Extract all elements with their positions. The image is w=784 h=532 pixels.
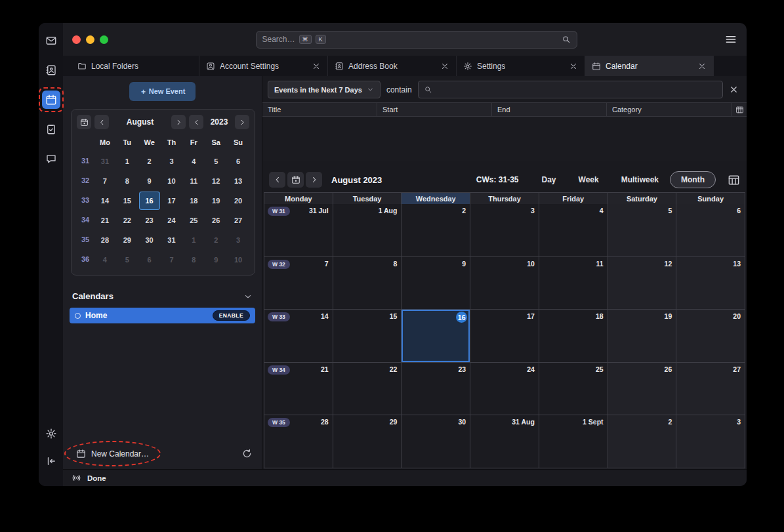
sidebar-item-tasks[interactable] bbox=[42, 120, 60, 138]
mini-cal-day[interactable]: 12 bbox=[205, 172, 226, 190]
mini-cal-day[interactable]: 2 bbox=[205, 231, 226, 249]
sidebar-item-chat[interactable] bbox=[42, 150, 60, 168]
month-cell[interactable]: W 3421 bbox=[264, 363, 333, 415]
mini-cal-day[interactable]: 27 bbox=[228, 211, 249, 230]
month-cell[interactable]: W 3314 bbox=[264, 310, 333, 362]
mini-cal-day[interactable]: 4 bbox=[183, 152, 204, 171]
month-cell[interactable]: 13 bbox=[676, 257, 745, 310]
month-cell[interactable]: 15 bbox=[333, 310, 402, 362]
mini-cal-day[interactable]: 2 bbox=[139, 152, 160, 171]
mini-cal-day[interactable]: 8 bbox=[117, 172, 138, 190]
mini-cal-day[interactable]: 17 bbox=[161, 192, 182, 210]
month-cell[interactable]: 24 bbox=[470, 363, 539, 415]
mini-cal-day[interactable]: 8 bbox=[183, 251, 204, 269]
mini-cal-day[interactable]: 22 bbox=[117, 211, 138, 230]
new-calendar-button[interactable]: New Calendar… bbox=[72, 446, 153, 461]
column-header-category[interactable]: Category bbox=[607, 103, 732, 116]
sidebar-item-address-book[interactable] bbox=[42, 61, 60, 79]
sidebar-item-mail[interactable] bbox=[42, 31, 60, 50]
month-cell[interactable]: 11 bbox=[539, 257, 608, 310]
close-icon[interactable] bbox=[569, 62, 578, 71]
mini-cal-day[interactable]: 21 bbox=[94, 211, 115, 230]
mini-cal-day[interactable]: 31 bbox=[161, 231, 182, 249]
mini-cal-day[interactable]: 7 bbox=[161, 251, 182, 269]
mini-cal-day[interactable]: 20 bbox=[228, 192, 249, 210]
month-cell[interactable]: 17 bbox=[470, 310, 539, 362]
zoom-window-button[interactable] bbox=[100, 35, 108, 44]
minimize-window-button[interactable] bbox=[86, 35, 94, 44]
month-cell[interactable]: 27 bbox=[676, 363, 745, 415]
sidebar-item-collapse[interactable] bbox=[42, 452, 60, 470]
month-cell[interactable]: 9 bbox=[402, 257, 470, 310]
mini-cal-day[interactable]: 26 bbox=[205, 211, 226, 230]
prev-period-button[interactable] bbox=[269, 172, 285, 188]
month-cell[interactable]: W 3528 bbox=[264, 415, 333, 468]
month-cell[interactable]: 3 bbox=[470, 204, 539, 256]
chevron-down-icon[interactable] bbox=[243, 292, 253, 301]
month-cell[interactable]: 31 Aug bbox=[470, 415, 539, 468]
mini-cal-day[interactable]: 1 bbox=[183, 231, 204, 249]
next-month-button[interactable] bbox=[171, 115, 186, 129]
month-cell[interactable]: 5 bbox=[608, 204, 676, 256]
month-cell[interactable]: 8 bbox=[333, 257, 402, 310]
month-cell[interactable]: 23 bbox=[402, 363, 470, 415]
month-cell[interactable]: 4 bbox=[539, 204, 608, 256]
mini-cal-day[interactable]: 10 bbox=[161, 172, 182, 190]
month-cell[interactable]: 22 bbox=[333, 363, 402, 415]
month-cell[interactable]: 10 bbox=[470, 257, 539, 310]
month-cell[interactable]: 12 bbox=[608, 257, 676, 310]
activity-radio-icon[interactable] bbox=[72, 473, 81, 483]
mini-cal-day[interactable]: 16 bbox=[139, 192, 160, 210]
tab-address-book[interactable]: Address Book bbox=[328, 56, 457, 76]
view-button-day[interactable]: Day bbox=[531, 171, 567, 188]
mini-cal-day[interactable]: 10 bbox=[228, 251, 249, 269]
new-event-button[interactable]: ＋ New Event bbox=[129, 82, 196, 101]
mini-cal-day[interactable]: 11 bbox=[183, 172, 204, 190]
mini-cal-day[interactable]: 5 bbox=[117, 251, 138, 269]
mini-cal-day[interactable]: 25 bbox=[183, 211, 204, 230]
mini-cal-day[interactable]: 18 bbox=[183, 192, 204, 210]
month-cell[interactable]: 30 bbox=[402, 415, 470, 468]
month-cell[interactable]: 16 bbox=[402, 310, 470, 362]
month-cell[interactable]: 3 bbox=[676, 415, 745, 468]
close-icon[interactable] bbox=[697, 62, 707, 71]
mini-cal-day[interactable]: 3 bbox=[228, 231, 249, 249]
month-cell[interactable]: 19 bbox=[608, 310, 676, 362]
prev-year-button[interactable] bbox=[189, 115, 203, 129]
sync-icon[interactable] bbox=[241, 448, 253, 459]
rotate-view-icon[interactable] bbox=[728, 174, 740, 186]
mini-cal-day[interactable]: 5 bbox=[205, 152, 226, 171]
month-cell[interactable]: W 327 bbox=[264, 257, 333, 310]
month-cell[interactable]: 1 Aug bbox=[333, 204, 402, 256]
view-button-multiweek[interactable]: Multiweek bbox=[610, 171, 670, 188]
month-cell[interactable]: 2 bbox=[402, 204, 470, 256]
tab-local-folders[interactable]: Local Folders bbox=[71, 56, 199, 76]
mini-cal-day[interactable]: 30 bbox=[139, 231, 160, 249]
column-header-end[interactable]: End bbox=[492, 103, 607, 116]
prev-month-button[interactable] bbox=[94, 115, 109, 129]
mini-cal-day[interactable]: 24 bbox=[161, 211, 182, 230]
month-cell[interactable]: 6 bbox=[676, 204, 745, 256]
column-picker-button[interactable] bbox=[732, 103, 747, 116]
close-window-button[interactable] bbox=[72, 35, 81, 44]
column-header-title[interactable]: Title bbox=[262, 103, 377, 116]
event-search-input[interactable] bbox=[418, 81, 723, 98]
close-icon[interactable] bbox=[312, 62, 321, 71]
mini-cal-day[interactable]: 15 bbox=[117, 192, 138, 210]
month-cell[interactable]: 29 bbox=[333, 415, 402, 468]
mini-cal-day[interactable]: 9 bbox=[205, 251, 226, 269]
month-cell[interactable]: 20 bbox=[676, 310, 745, 362]
sidebar-item-calendar[interactable] bbox=[42, 91, 60, 109]
mini-cal-day[interactable]: 19 bbox=[205, 192, 226, 210]
close-icon[interactable] bbox=[440, 62, 449, 71]
next-year-button[interactable] bbox=[235, 115, 249, 129]
mini-cal-day[interactable]: 9 bbox=[139, 172, 160, 190]
view-button-month[interactable]: Month bbox=[670, 171, 716, 188]
column-header-start[interactable]: Start bbox=[377, 103, 492, 116]
mini-cal-day[interactable]: 7 bbox=[94, 172, 115, 190]
mini-cal-day[interactable]: 1 bbox=[117, 152, 138, 171]
calendar-item-home[interactable]: HomeENABLE bbox=[70, 308, 255, 323]
mini-cal-day[interactable]: 13 bbox=[228, 172, 249, 190]
tab-calendar[interactable]: Calendar bbox=[585, 56, 714, 76]
mini-cal-day[interactable]: 31 bbox=[94, 152, 115, 171]
